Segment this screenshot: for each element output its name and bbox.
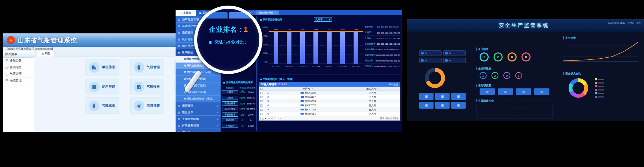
plate-column-header[interactable]: 车牌号 — [272, 87, 345, 90]
sidebar-item[interactable]: + 基础信息 — [3, 64, 34, 71]
sidebar-item[interactable]: + 系统管理 — [3, 78, 34, 84]
bar-column: 100 2022-07 — [351, 27, 361, 64]
next-page-button[interactable]: › — [278, 117, 279, 120]
stat-dot-icon — [445, 59, 448, 62]
sidebar-item[interactable]: ▤ 通行码 ∨ — [176, 129, 221, 132]
stats-row: 车辆漂移率 0.000.000.000.000.000.00 — [365, 52, 400, 58]
row-checkbox[interactable] — [260, 92, 262, 94]
tile-cylinder-mgmt[interactable]: 气瓶管理 — [130, 59, 164, 75]
row-checkbox[interactable] — [260, 96, 262, 98]
select-all-checkbox[interactable] — [260, 88, 262, 90]
network-status: 已入网 — [345, 112, 400, 116]
stats-value: 100 — [377, 43, 380, 45]
bar — [313, 31, 318, 64]
data-type-button[interactable]: 超速次数 — [222, 118, 238, 122]
alert-tile[interactable] — [480, 88, 495, 95]
x-tick-label: 2022-04 — [312, 65, 320, 67]
alert-tile[interactable] — [534, 88, 549, 95]
app-button[interactable] — [451, 102, 466, 109]
cylinder-icon — [134, 62, 144, 73]
last-page-button[interactable]: » — [280, 117, 282, 120]
tile-inspection[interactable]: 气瓶报检 — [130, 79, 164, 95]
chevron-down-icon: ∨ — [217, 124, 219, 127]
table-row[interactable]: 1 鲁KA1909 已入网 — [259, 91, 400, 95]
table-row[interactable]: 6 鲁K56951 已入网 — [259, 112, 400, 116]
legend-item — [595, 96, 604, 98]
stats-row: 轨迹合格率 10010099.7398.9599.93100 — [365, 47, 400, 52]
tab-network-assessment[interactable]: 联网联控考核× — [256, 10, 279, 15]
data-type-button[interactable]: 数据合格率 — [222, 101, 238, 106]
stats-value: 0.017 — [383, 65, 388, 67]
row-checkbox[interactable] — [260, 100, 262, 102]
sidebar-subitem[interactable]: 漂移统计(基于运政) — [176, 89, 221, 96]
tile-unit-info[interactable]: 单位信息 — [86, 59, 119, 75]
sidebar-subitem[interactable]: 疲劳统计(基于运政) — [176, 82, 221, 89]
data-type-button[interactable]: 入网率 — [222, 90, 238, 94]
menu-icon: ▤ — [178, 111, 180, 114]
data-type-button[interactable]: 轨迹完整率 — [222, 107, 238, 111]
expand-plus-icon[interactable]: + — [6, 66, 8, 69]
expand-plus-icon[interactable]: + — [6, 73, 8, 75]
status-column-header[interactable]: 是否入网 — [345, 87, 400, 90]
bars: 100 2022-01 100 2022-02 100 2022-03 — [269, 27, 363, 64]
legend-swatch — [595, 89, 597, 91]
sidebar-item[interactable]: ▤ 整合运单 ∨ — [176, 109, 221, 116]
row-checkbox[interactable] — [260, 109, 262, 111]
tab-main-menu[interactable]: ⌂ 主菜单 — [176, 10, 196, 16]
tile-filling[interactable]: 气瓶充装 — [86, 97, 119, 114]
table-row[interactable]: 5 鲁KA7005 已入网 — [259, 108, 400, 112]
network-status: 已入网 — [345, 104, 400, 107]
sidebar-menu-bottom: ▤ 报警管理 ∨ ▤ 整合运单 ∨ ▤ 主动安全防御 ∨ ▤ 扩展服务管理 ∨ … — [176, 102, 221, 132]
stats-value: 0.00 — [392, 54, 396, 56]
plate-number: 鲁KA1117 — [305, 95, 316, 99]
app-button[interactable] — [435, 93, 450, 100]
safety-titlebar: 安全生产监管系统 2022/06/02 16:12 管理员 退出 — [405, 20, 644, 32]
sidebar-item[interactable]: ▤ 扩展服务管理 ∨ — [176, 122, 221, 129]
stats-value: 0.00 — [376, 54, 380, 56]
sidebar-item[interactable]: ▤ 报警管理 ∨ — [176, 102, 221, 109]
row-checkbox[interactable] — [260, 113, 262, 115]
x-tick-label: 2022-03 — [298, 65, 306, 67]
sidebar-item[interactable]: + 气瓶管理 — [3, 71, 34, 78]
data-type-button[interactable]: 平均疲劳 — [222, 124, 238, 128]
current-page-input[interactable]: 1 — [273, 117, 277, 120]
x-tick-label: 2022-02 — [285, 65, 293, 67]
menu-icon: ▤ — [178, 117, 180, 121]
stats-value: 99.73 — [381, 49, 386, 51]
metric-select[interactable]: 入网率▼ — [314, 17, 332, 22]
tab-main-screen[interactable]: 主界面 — [37, 51, 54, 57]
table-row[interactable]: 2 鲁KA1117 已入网 — [259, 95, 400, 99]
sidebar-subitem[interactable]: 每日轨迹数据统计（测试） — [176, 96, 221, 102]
alert-tile[interactable] — [516, 88, 531, 95]
page-size-select[interactable]: 10▼ — [260, 117, 267, 120]
tile-usage-register[interactable]: 使用登记 — [86, 79, 119, 95]
table-row[interactable]: 3 鲁K96804 已入网 — [259, 99, 400, 103]
region-value: 99.84% — [246, 102, 255, 105]
bar-column: 100 2022-02 — [284, 27, 294, 64]
data-type-button[interactable]: 上线率 — [222, 96, 238, 100]
stats-value: 100 — [377, 37, 380, 39]
alert-tiles — [480, 88, 549, 95]
app-button[interactable] — [419, 102, 434, 109]
table-row[interactable]: 4 鲁KA7637 已入网 — [259, 103, 400, 108]
data-type-button[interactable]: 车辆漂移率 — [222, 112, 238, 117]
logout-button[interactable]: 退出 — [636, 21, 641, 24]
row-checkbox[interactable] — [260, 104, 262, 107]
sidebar-item[interactable]: ▤ 主动安全防御 ∨ — [176, 116, 221, 122]
prev-page-button[interactable]: ‹ — [271, 117, 272, 120]
app-button[interactable] — [451, 93, 466, 100]
vehicle-table: 车牌号 是否入网 1 鲁KA1909 已入网 2 鲁KA111 — [259, 87, 400, 116]
app-button[interactable] — [435, 102, 450, 109]
expand-plus-icon[interactable]: + — [6, 59, 8, 62]
alert-tile[interactable] — [498, 88, 513, 95]
first-page-button[interactable]: « — [268, 117, 270, 120]
sidebar-item[interactable]: + 通知公告 — [3, 58, 34, 64]
export-button[interactable]: 导出数据 — [388, 83, 398, 86]
tile-alerts[interactable]: 信息预警 — [130, 97, 164, 114]
unhandled-circle: 0 — [503, 72, 510, 79]
filling-icon — [89, 101, 99, 111]
close-icon[interactable]: × — [274, 12, 276, 14]
legend-label-placeholder — [598, 82, 604, 84]
app-button[interactable] — [419, 93, 434, 100]
expand-plus-icon[interactable]: + — [6, 79, 8, 82]
